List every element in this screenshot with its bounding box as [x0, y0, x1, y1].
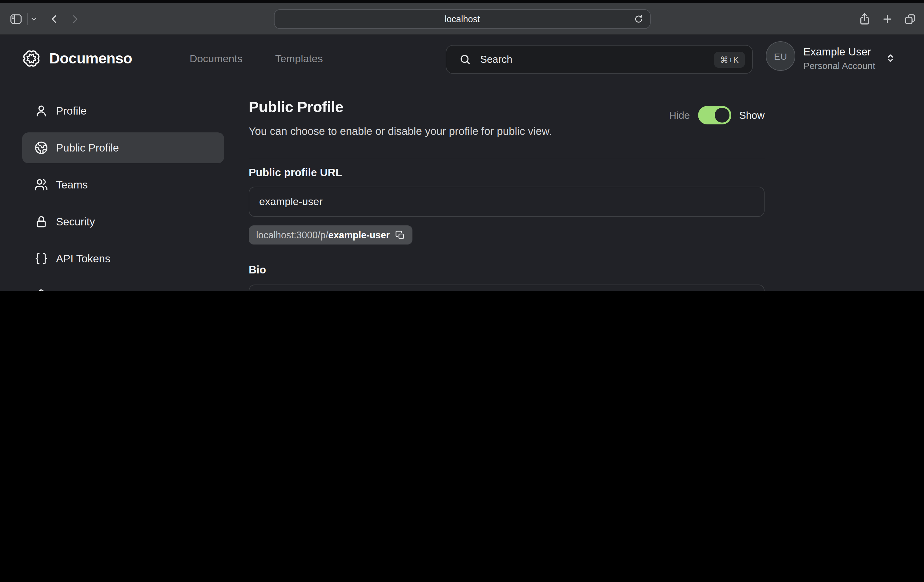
toolbar-divider: [27, 13, 28, 25]
public-profile-url-input[interactable]: [249, 187, 764, 217]
url-field-label: Public profile URL: [249, 166, 764, 179]
profile-visibility-toggle-row: Hide Show: [669, 106, 764, 124]
documenso-logo-icon: [22, 49, 41, 68]
search-bar[interactable]: Search ⌘+K: [446, 45, 753, 74]
lock-icon: [35, 215, 48, 228]
share-icon[interactable]: [858, 12, 871, 25]
sidebar-toggle-icon[interactable]: [9, 12, 23, 26]
visibility-toggle[interactable]: [698, 106, 731, 124]
avatar[interactable]: EU: [766, 41, 795, 71]
sidebar-item-security[interactable]: Security: [22, 206, 224, 237]
refresh-icon[interactable]: [634, 15, 643, 24]
forward-button[interactable]: [69, 13, 81, 24]
chevron-down-icon[interactable]: [30, 15, 38, 23]
search-shortcut-badge: ⌘+K: [714, 51, 745, 68]
sidebar-item-webhooks[interactable]: Webhooks: [22, 280, 224, 291]
user-account-type: Personal Account: [804, 60, 875, 71]
back-button[interactable]: [49, 13, 60, 24]
section-divider: [249, 158, 764, 158]
sidebar-item-label: Teams: [56, 178, 88, 191]
copy-icon[interactable]: [395, 230, 405, 240]
tab-overview-icon[interactable]: [904, 12, 917, 25]
sidebar-item-label: Webhooks: [56, 289, 107, 291]
toggle-knob: [714, 108, 729, 122]
search-icon: [459, 54, 471, 65]
user-icon: [35, 104, 48, 117]
address-bar[interactable]: localhost: [274, 9, 651, 29]
profile-url-preview: localhost:3000/p/example-user: [249, 225, 412, 245]
sidebar-item-label: API Tokens: [56, 252, 110, 265]
nav-documents[interactable]: Documents: [190, 53, 243, 65]
sidebar-item-profile[interactable]: Profile: [22, 96, 224, 126]
search-placeholder: Search: [480, 54, 714, 65]
avatar-initials: EU: [774, 51, 787, 61]
toggle-hide-label: Hide: [669, 109, 690, 121]
address-bar-url: localhost: [445, 14, 480, 24]
users-icon: [35, 178, 48, 192]
sidebar-item-public-profile[interactable]: Public Profile: [22, 132, 224, 163]
brand-name: Documenso: [49, 50, 132, 67]
bio-textarea[interactable]: This is an example bio.: [249, 284, 764, 291]
documenso-logo[interactable]: Documenso: [22, 49, 132, 68]
globe-icon: [35, 141, 48, 155]
sidebar-item-label: Security: [56, 215, 95, 228]
new-tab-icon[interactable]: [881, 12, 894, 25]
sidebar-item-teams[interactable]: Teams: [22, 169, 224, 200]
sidebar-item-label: Profile: [56, 104, 86, 117]
sidebar-item-label: Public Profile: [56, 141, 119, 154]
nav-templates[interactable]: Templates: [275, 53, 323, 65]
account-switcher-icon[interactable]: [884, 52, 896, 64]
user-name: Example User: [804, 46, 871, 58]
webhook-icon: [35, 289, 48, 291]
sidebar-item-api-tokens[interactable]: API Tokens: [22, 243, 224, 274]
documenso-settings-window: localhost Do: [0, 0, 924, 291]
braces-icon: [35, 252, 48, 265]
url-preview-text: localhost:3000/p/example-user: [256, 230, 389, 240]
page-description: You can choose to enable or disable your…: [249, 125, 764, 138]
settings-sidebar: Profile Public Profile Teams: [22, 96, 224, 291]
browser-toolbar: localhost: [0, 0, 924, 35]
toggle-show-label: Show: [739, 109, 764, 121]
bio-field-label: Bio: [249, 264, 764, 276]
